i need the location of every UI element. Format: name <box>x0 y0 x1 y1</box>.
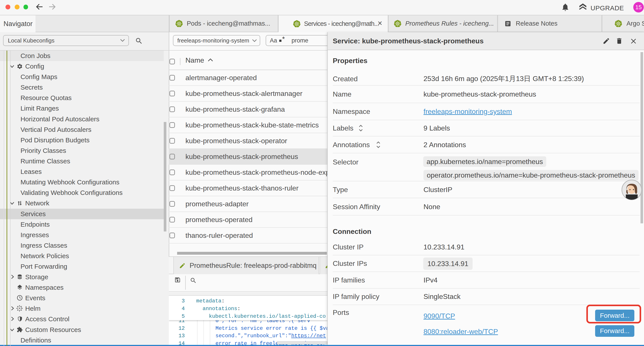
svg-text:H: H <box>19 307 20 310</box>
